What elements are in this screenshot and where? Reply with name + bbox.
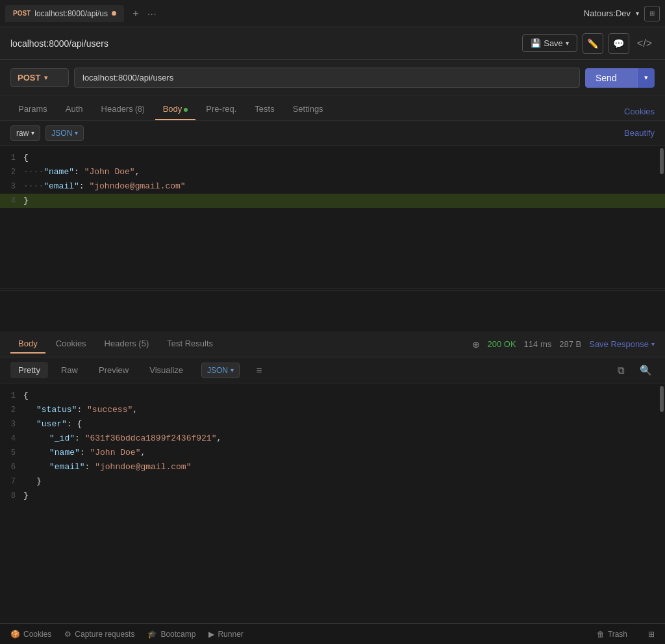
- save-button[interactable]: 💾 Save ▾: [522, 34, 577, 52]
- bottom-trash[interactable]: 🗑 Trash: [597, 630, 627, 639]
- response-tab-test-results[interactable]: Test Results: [159, 335, 221, 354]
- wrap-lines-button[interactable]: ≡: [250, 361, 268, 380]
- request-body-editor: 1 { 2 ····"name": "John Doe", 3 ····"ema…: [0, 146, 665, 289]
- bottom-capture[interactable]: ⚙ Capture requests: [64, 630, 134, 639]
- response-format-bar: Pretty Raw Preview Visualize JSON ▾ ≡ ⧉ …: [0, 357, 665, 383]
- workspace-selector[interactable]: Natours:Dev ▾ ⊞: [584, 6, 660, 21]
- workspace-name: Natours:Dev: [584, 8, 631, 18]
- response-status: ⊕ 200 OK 114 ms 287 B Save Response ▾: [472, 339, 655, 350]
- send-dropdown-button[interactable]: ▾: [637, 68, 655, 88]
- trash-icon: 🗑: [597, 630, 605, 639]
- body-format-select[interactable]: JSON ▾: [45, 125, 84, 141]
- response-time: 114 ms: [524, 339, 552, 349]
- workspace-chevron: ▾: [636, 10, 639, 17]
- resp-line-7: 7 }: [0, 474, 665, 489]
- response-tab-cookies[interactable]: Cookies: [48, 335, 94, 354]
- add-tab-button[interactable]: +: [127, 5, 145, 23]
- capture-icon: ⚙: [64, 630, 71, 639]
- response-code-editor[interactable]: 1 { 2 "status": "success", 3 "user": { 4…: [0, 383, 665, 508]
- beautify-button[interactable]: Beautify: [624, 128, 655, 138]
- resp-line-1: 1 {: [0, 389, 665, 403]
- cookies-link[interactable]: Cookies: [624, 107, 655, 116]
- bottom-grid[interactable]: ⊞: [648, 630, 655, 639]
- body-type-select[interactable]: raw ▾: [10, 125, 40, 141]
- view-pretty[interactable]: Pretty: [10, 362, 48, 378]
- resp-line-5: 5 "name": "John Doe",: [0, 446, 665, 460]
- url-bar: localhost:8000/api/users 💾 Save ▾ ✏️ 💬 <…: [0, 27, 665, 60]
- tab-tests[interactable]: Tests: [247, 100, 282, 120]
- runner-icon: ▶: [208, 630, 214, 639]
- cookies-icon: 🍪: [10, 630, 20, 639]
- format-bar: raw ▾ JSON ▾ Beautify: [0, 121, 665, 146]
- save-chevron: ▾: [566, 40, 569, 47]
- globe-icon: ⊕: [472, 339, 480, 350]
- response-scrollbar[interactable]: [660, 386, 664, 412]
- tab-bar: POST localhost:8000/api/us + ··· Natours…: [0, 0, 665, 27]
- format-bar-right: Beautify: [624, 128, 655, 138]
- comment-button[interactable]: 💬: [609, 33, 629, 54]
- resp-line-6: 6 "email": "johndoe@gmail.com": [0, 460, 665, 474]
- view-preview[interactable]: Preview: [91, 362, 136, 378]
- response-format-select[interactable]: JSON ▾: [201, 363, 240, 378]
- panel-divider: [0, 289, 665, 291]
- send-wrapper: Send ▾: [585, 68, 655, 88]
- view-visualize[interactable]: Visualize: [142, 362, 191, 378]
- bottom-runner[interactable]: ▶ Runner: [208, 630, 243, 639]
- status-code: 200 OK: [488, 339, 516, 349]
- response-tab-body[interactable]: Body: [10, 335, 45, 354]
- request-title: localhost:8000/api/users: [10, 38, 514, 49]
- copy-button[interactable]: ⧉: [612, 361, 630, 380]
- url-input[interactable]: [74, 68, 580, 88]
- code-line-1: 1 {: [0, 151, 665, 165]
- send-button[interactable]: Send: [585, 68, 637, 88]
- code-editor-request[interactable]: 1 { 2 ····"name": "John Doe", 3 ····"ema…: [0, 146, 665, 289]
- code-line-2: 2 ····"name": "John Doe",: [0, 165, 665, 179]
- cookies-link-wrapper: Cookies: [624, 107, 655, 120]
- tab-dot: [112, 11, 116, 16]
- save-response-button[interactable]: Save Response ▾: [589, 339, 655, 349]
- code-button[interactable]: </>: [634, 35, 655, 52]
- view-raw[interactable]: Raw: [53, 362, 86, 378]
- response-tab-headers[interactable]: Headers (5): [97, 335, 157, 354]
- grid-icon: ⊞: [648, 630, 655, 639]
- resp-line-8: 8 }: [0, 489, 665, 503]
- tab-settings[interactable]: Settings: [285, 100, 331, 120]
- bottom-bar: 🍪 Cookies ⚙ Capture requests 🎓 Bootcamp …: [0, 623, 665, 644]
- search-button[interactable]: 🔍: [636, 361, 655, 380]
- code-line-3: 3 ····"email": "johndoe@gmail.com": [0, 179, 665, 194]
- more-tabs-button[interactable]: ···: [147, 8, 157, 19]
- response-format-right: ⧉ 🔍: [612, 361, 655, 380]
- response-code-wrapper: 1 { 2 "status": "success", 3 "user": { 4…: [0, 383, 665, 623]
- body-active-dot: [184, 108, 188, 112]
- resp-line-3: 3 "user": {: [0, 417, 665, 431]
- tab-params[interactable]: Params: [10, 100, 55, 120]
- code-line-4: 4 }: [0, 194, 665, 208]
- bottom-cookies[interactable]: 🍪 Cookies: [10, 630, 51, 639]
- editor-scrollbar[interactable]: [660, 148, 664, 174]
- active-tab[interactable]: POST localhost:8000/api/us: [5, 5, 124, 22]
- response-tabs-nav: Body Cookies Headers (5) Test Results ⊕ …: [0, 331, 665, 357]
- bootcamp-icon: 🎓: [147, 630, 157, 639]
- workspace-icon[interactable]: ⊞: [644, 6, 660, 21]
- bottom-bootcamp[interactable]: 🎓 Bootcamp: [147, 630, 195, 639]
- tab-prereq[interactable]: Pre-req.: [198, 100, 244, 120]
- response-size: 287 B: [559, 339, 581, 349]
- edit-button[interactable]: ✏️: [583, 33, 603, 54]
- tab-method: POST: [13, 10, 31, 17]
- save-icon: 💾: [531, 38, 541, 48]
- tab-auth[interactable]: Auth: [58, 100, 91, 120]
- tab-headers[interactable]: Headers (8): [94, 100, 153, 120]
- response-section: Body Cookies Headers (5) Test Results ⊕ …: [0, 331, 665, 623]
- method-label: POST: [18, 73, 40, 83]
- resp-line-4: 4 "_id": "631f36bddca1899f2436f921",: [0, 431, 665, 446]
- method-chevron: ▾: [44, 74, 47, 81]
- resp-line-2: 2 "status": "success",: [0, 403, 665, 417]
- url-actions: 💾 Save ▾ ✏️ 💬 </>: [522, 33, 655, 54]
- tab-url: localhost:8000/api/us: [34, 9, 108, 18]
- method-select[interactable]: POST ▾: [10, 68, 69, 87]
- request-bar: POST ▾ Send ▾: [0, 60, 665, 96]
- tab-body[interactable]: Body: [155, 100, 196, 120]
- request-tabs-nav: Params Auth Headers (8) Body Pre-req. Te…: [0, 96, 665, 121]
